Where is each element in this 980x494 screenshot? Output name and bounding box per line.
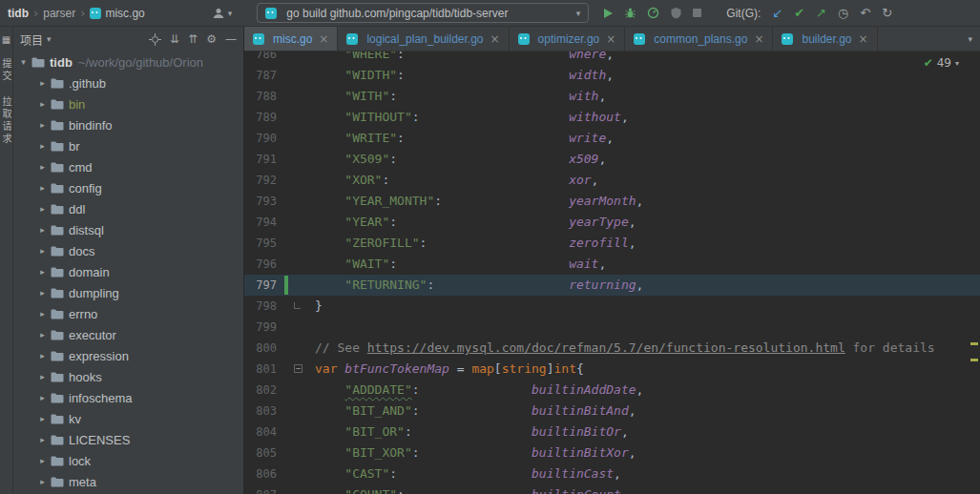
tree-item-folder[interactable]: ▸bin (13, 93, 243, 114)
line-number[interactable]: 786 (244, 51, 282, 65)
chevron-collapsed-icon[interactable]: ▸ (36, 78, 49, 88)
tree-item-folder[interactable]: ▸br (13, 135, 243, 156)
line-number[interactable]: 798 (244, 296, 282, 317)
line-number[interactable]: 789 (244, 107, 282, 128)
line-number[interactable]: 790 (244, 128, 282, 149)
editor-tab[interactable]: logical_plan_builder.go× (338, 27, 509, 51)
chevron-collapsed-icon[interactable]: ▸ (36, 456, 49, 465)
debug-button[interactable] (624, 7, 636, 19)
tree-item-folder[interactable]: ▸executor (13, 324, 243, 345)
stop-button[interactable] (693, 9, 701, 17)
line-number[interactable]: 801 (244, 359, 282, 380)
line-number[interactable]: 800 (244, 338, 282, 359)
tree-item-folder[interactable]: ▸LICENSES (13, 429, 243, 450)
chevron-collapsed-icon[interactable]: ▸ (36, 204, 49, 214)
tree-item-folder[interactable]: ▸ddl (13, 198, 243, 219)
settings-gear-icon[interactable]: ⚙ (206, 32, 217, 46)
profiler-button[interactable] (647, 7, 659, 19)
chevron-collapsed-icon[interactable]: ▸ (36, 225, 49, 235)
warning-stripe-mark[interactable] (970, 342, 978, 345)
chevron-collapsed-icon[interactable]: ▸ (36, 414, 49, 423)
editor-scrollbar[interactable] (969, 51, 980, 494)
chevron-collapsed-icon[interactable]: ▸ (36, 372, 49, 381)
close-icon[interactable]: × (754, 32, 763, 46)
tool-stripe-item[interactable]: 拉取请求 (0, 96, 13, 146)
line-number[interactable]: 805 (244, 443, 282, 463)
breadcrumb-item[interactable]: misc.go (105, 7, 144, 20)
line-number[interactable]: 791 (244, 149, 282, 170)
hide-panel-icon[interactable]: — (225, 32, 237, 46)
tree-item-folder[interactable]: ▸docs (13, 240, 243, 261)
chevron-collapsed-icon[interactable]: ▸ (36, 162, 49, 172)
fold-marker-icon[interactable]: − (294, 364, 302, 373)
line-number[interactable]: 796 (244, 254, 282, 275)
tree-item-folder[interactable]: ▸domain (13, 261, 243, 282)
warning-stripe-mark[interactable] (970, 359, 978, 361)
tree-item-folder[interactable]: ▸bindinfo (13, 114, 243, 135)
editor-tab[interactable]: builder.go× (773, 27, 877, 51)
line-number[interactable]: 792 (244, 170, 282, 191)
git-commit-icon[interactable]: ✔ (794, 6, 804, 20)
coverage-button[interactable] (670, 7, 682, 19)
editor-tab[interactable]: misc.go× (244, 27, 338, 51)
line-number[interactable]: 788 (244, 86, 282, 107)
rollback-icon[interactable]: ↶ (860, 6, 870, 20)
tree-item-folder[interactable]: ▸meta (13, 471, 243, 492)
code-viewport[interactable]: 786 "WHERE": where,787 "WIDTH": width,78… (244, 51, 980, 494)
run-button[interactable] (602, 8, 614, 19)
line-number[interactable]: 795 (244, 233, 282, 254)
line-number[interactable]: 797 (244, 275, 282, 296)
line-number[interactable]: 799 (244, 317, 282, 338)
chevron-collapsed-icon[interactable]: ▸ (36, 330, 49, 340)
tree-item-folder[interactable]: ▸kv (13, 408, 243, 429)
tree-item-folder[interactable]: ▸hooks (13, 366, 243, 387)
chevron-collapsed-icon[interactable]: ▸ (36, 477, 49, 486)
tree-item-folder[interactable]: ▸distsql (13, 219, 243, 240)
close-icon[interactable]: × (859, 32, 868, 46)
editor-tab[interactable]: optimizer.go× (510, 27, 626, 51)
project-tool-window-icon[interactable]: ▦ (2, 34, 10, 45)
chevron-collapsed-icon[interactable]: ▸ (36, 309, 49, 319)
chevron-collapsed-icon[interactable]: ▸ (36, 435, 49, 444)
line-number[interactable]: 787 (244, 65, 282, 86)
chevron-collapsed-icon[interactable]: ▸ (36, 183, 49, 193)
chevron-collapsed-icon[interactable]: ▸ (36, 267, 49, 277)
line-number[interactable]: 807 (244, 484, 282, 494)
chevron-collapsed-icon[interactable]: ▸ (36, 120, 49, 130)
chevron-collapsed-icon[interactable]: ▸ (36, 246, 49, 256)
line-number[interactable]: 802 (244, 380, 282, 401)
line-number[interactable]: 803 (244, 401, 282, 422)
chevron-collapsed-icon[interactable]: ▸ (36, 351, 49, 360)
code-with-me-button[interactable]: ▾ (212, 7, 233, 20)
expand-all-icon[interactable]: ⇊ (170, 32, 179, 46)
history-icon[interactable]: ◷ (838, 6, 848, 20)
tree-item-folder[interactable]: ▸expression (13, 345, 243, 366)
chevron-expanded-icon[interactable]: ▾ (17, 57, 30, 67)
fold-end-icon[interactable] (294, 302, 301, 309)
git-push-icon[interactable]: ↗ (816, 6, 826, 20)
close-icon[interactable]: × (490, 32, 500, 46)
tool-stripe-item[interactable]: 提交 (0, 58, 13, 83)
close-icon[interactable]: × (319, 32, 328, 46)
tree-item-folder[interactable]: ▸dumpling (13, 282, 243, 303)
refresh-icon[interactable]: ↻ (882, 6, 892, 20)
tree-item-folder[interactable]: ▸.github (13, 72, 243, 93)
chevron-collapsed-icon[interactable]: ▸ (36, 141, 49, 151)
chevron-collapsed-icon[interactable]: ▸ (36, 99, 49, 109)
tree-item-folder[interactable]: ▸infoschema (13, 387, 243, 408)
tree-item-folder[interactable]: ▸config (13, 177, 243, 198)
line-number[interactable]: 794 (244, 212, 282, 233)
chevron-down-icon[interactable]: ▾ (47, 34, 52, 44)
editor-tab[interactable]: common_plans.go× (625, 27, 773, 51)
tree-item-folder[interactable]: ▸errno (13, 303, 243, 324)
line-number[interactable]: 793 (244, 191, 282, 212)
run-configuration-select[interactable]: go build github.com/pingcap/tidb/tidb-se… (257, 3, 589, 23)
tree-item-folder[interactable]: ▸lock (13, 450, 243, 471)
locate-file-icon[interactable] (149, 33, 161, 46)
tree-root[interactable]: ▾tidb~/work/go/github/Orion (13, 51, 243, 72)
git-update-icon[interactable]: ↙ (772, 6, 782, 20)
hidden-tabs-icon[interactable]: ▾ (960, 34, 980, 44)
chevron-collapsed-icon[interactable]: ▸ (36, 288, 49, 298)
close-icon[interactable]: × (606, 32, 615, 46)
inspections-widget[interactable]: ✔ 49 ▾ (924, 56, 959, 70)
